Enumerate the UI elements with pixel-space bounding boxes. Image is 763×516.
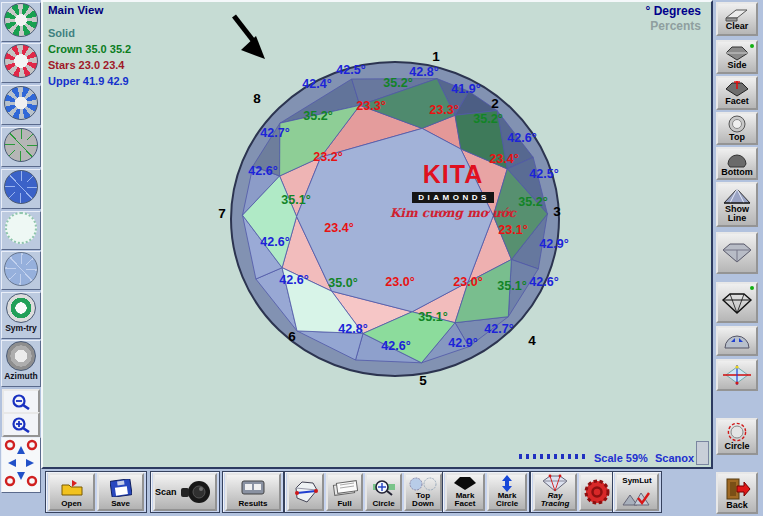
clear-label: Clear <box>726 22 749 31</box>
legend-upper-label: Upper <box>48 75 80 87</box>
azimuth-button[interactable]: Azimuth <box>1 340 41 387</box>
legend-crown-label: Crown <box>48 43 82 55</box>
resize-grip[interactable] <box>696 441 709 465</box>
wireframe-view-button[interactable] <box>716 282 758 323</box>
legend-stars: Stars 23.0 23.4 <box>48 59 125 71</box>
cursor-arrow <box>234 16 265 59</box>
pavilion-view-button[interactable] <box>1 169 41 209</box>
symmetry-label: Sym-try <box>5 323 37 333</box>
symmetry-button[interactable]: Sym-try <box>1 292 41 339</box>
circle-label: Circle <box>724 442 749 451</box>
bottom-view-button[interactable]: Bottom <box>716 147 758 180</box>
upper-view-button[interactable] <box>1 85 41 125</box>
top-label: Top <box>729 133 745 142</box>
diamond-top-view-canvas[interactable]: 42.5°42.8°42.4°41.9°42.7°42.6°42.6°42.5°… <box>43 2 711 467</box>
upper-facets-icon <box>4 86 38 120</box>
diamond-side-icon <box>724 45 750 61</box>
camera-icon <box>179 478 213 506</box>
full-button[interactable]: Full <box>326 473 363 511</box>
facet-angle-label: 41.9° <box>451 82 480 96</box>
mark-facet-button[interactable]: Mark Facet <box>445 473 485 511</box>
faded-view-button[interactable] <box>1 251 41 290</box>
facet-label: Facet <box>725 97 749 106</box>
red-gear-icon <box>584 479 610 505</box>
back-label: Back <box>726 501 748 510</box>
facet-angle-label: 23.2° <box>313 150 342 164</box>
vertex-number-label: 6 <box>288 329 296 344</box>
diamond-bottom-icon <box>726 151 748 168</box>
circle-button[interactable]: Circle <box>716 418 758 455</box>
axis-view-button[interactable] <box>716 359 758 391</box>
units-percents-option[interactable]: Percents <box>646 19 702 34</box>
save-button[interactable]: Save <box>97 473 144 511</box>
floppy-disk-icon <box>110 479 132 497</box>
legend-upper: Upper 41.9 42.9 <box>48 75 129 87</box>
facet-view-button[interactable]: Facet <box>716 76 758 110</box>
diamond-axes-icon <box>722 364 752 386</box>
star-facets-icon <box>4 44 38 78</box>
mark-facet-label: Mark Facet <box>447 492 483 509</box>
dotted-view-button[interactable] <box>1 211 41 250</box>
sketch-button[interactable] <box>287 473 324 511</box>
facet-angle-label: 42.6° <box>529 275 558 289</box>
magnifier-crosshair-icon <box>372 479 396 496</box>
diamond-sketch-icon <box>293 480 319 504</box>
dome-view-button[interactable] <box>716 326 758 356</box>
zoom-out-button[interactable] <box>2 389 40 414</box>
facet-angle-label: 42.6° <box>507 131 536 145</box>
mark-group: Mark Facet Mark Circle <box>442 471 530 513</box>
papers-icon <box>332 480 358 496</box>
mark-circle-button[interactable]: Mark Circle <box>487 473 527 511</box>
bottom-toolbar: Open Save Scan <box>41 469 713 516</box>
facet-angle-label: 35.2° <box>518 195 547 209</box>
trace-group: Ray Tracing <box>530 471 618 513</box>
vertex-number-label: 3 <box>553 204 561 219</box>
facet-angle-label: 23.0° <box>385 275 414 289</box>
units-toggle: ° Degrees Percents <box>646 4 702 34</box>
full-label: Full <box>337 500 351 509</box>
results-group: Results <box>222 471 284 513</box>
scan-button[interactable]: Scan <box>153 473 217 511</box>
zoom-in-button[interactable] <box>2 412 40 437</box>
show-line-label: Show Line <box>718 205 756 223</box>
exit-door-icon <box>723 477 751 501</box>
ray-tracing-button[interactable]: Ray Tracing <box>533 473 577 511</box>
stars-view-button[interactable] <box>1 43 41 83</box>
circle-zoom-button[interactable]: Circle <box>365 473 402 511</box>
gear-button[interactable] <box>579 473 615 511</box>
facet-angle-label: 35.2° <box>383 76 412 90</box>
magnifier-plus-icon <box>10 417 32 433</box>
top-view-button[interactable]: Top <box>716 112 758 145</box>
girdle-lines-view-button[interactable] <box>1 127 41 167</box>
symlut-button[interactable]: SymLut <box>615 473 659 511</box>
pan-control[interactable] <box>1 437 41 493</box>
legend-stars-min: 23.0 <box>79 59 100 71</box>
ray-tracing-label: Ray Tracing <box>535 492 575 509</box>
scale-slider[interactable] <box>519 454 587 459</box>
active-dot <box>750 44 754 48</box>
vertex-number-label: 5 <box>419 373 427 388</box>
vertex-number-label: 4 <box>528 333 536 348</box>
solid-diamond-view-button[interactable] <box>716 232 758 274</box>
vertical-arrows-icon <box>499 475 515 492</box>
crown-view-button[interactable] <box>1 2 41 42</box>
panel-title: Main View <box>48 4 103 16</box>
units-degrees-option[interactable]: ° Degrees <box>646 4 702 19</box>
side-label: Side <box>727 61 746 70</box>
view-group: Full Circle Top Down <box>284 471 445 513</box>
results-button[interactable]: Results <box>225 473 281 511</box>
open-button[interactable]: Open <box>48 473 95 511</box>
magnifier-minus-icon <box>10 394 32 410</box>
top-down-button[interactable]: Top Down <box>404 473 442 511</box>
bottom-label: Bottom <box>721 168 753 177</box>
legend-crown-min: 35.0 <box>85 43 106 55</box>
facet-angle-label: 42.4° <box>302 77 331 91</box>
circle-mark-icon <box>726 422 748 442</box>
back-button[interactable]: Back <box>716 472 758 514</box>
show-line-button[interactable]: Show Line <box>716 182 758 227</box>
side-view-button[interactable]: Side <box>716 40 758 74</box>
facet-angle-label: 23.3° <box>429 103 458 117</box>
facet-angle-label: 35.2° <box>303 109 332 123</box>
clear-button[interactable]: Clear <box>716 2 758 36</box>
circle-zoom-label: Circle <box>372 500 394 509</box>
